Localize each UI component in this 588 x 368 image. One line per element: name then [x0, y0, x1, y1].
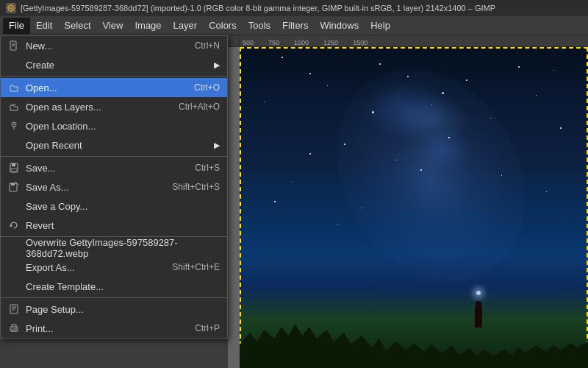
person-light	[476, 291, 481, 295]
open-location-label: Open Location...	[26, 121, 220, 132]
print-icon	[7, 323, 21, 333]
open-label: Open...	[26, 82, 194, 93]
menu-open-recent[interactable]: Open Recent ▶	[1, 135, 227, 155]
open-icon	[7, 82, 21, 93]
print-shortcut: Ctrl+P	[195, 323, 220, 333]
menu-open-location[interactable]: Open Location...	[1, 116, 227, 135]
svg-rect-17	[10, 305, 18, 314]
menu-view[interactable]: View	[97, 18, 129, 34]
svg-marker-16	[10, 224, 12, 227]
star	[309, 73, 311, 74]
save-icon	[7, 163, 21, 173]
open-layers-shortcut: Ctrl+Alt+O	[179, 102, 220, 112]
export-as-shortcut: Shift+Ctrl+E	[172, 262, 220, 272]
create-template-label: Create Template...	[26, 281, 220, 292]
star	[292, 182, 293, 183]
save-label: Save...	[26, 163, 195, 174]
menu-revert[interactable]: Revert	[1, 216, 227, 235]
save-as-label: Save As...	[26, 182, 172, 193]
menu-bar: File Edit Select View Image Layer Colors…	[0, 16, 588, 35]
page-setup-label: Page Setup...	[26, 304, 220, 315]
title-text: [GettyImages-597589287-368dd72] (importe…	[21, 4, 495, 13]
star	[309, 153, 311, 155]
menu-overwrite[interactable]: Overwrite GettyImages-597589287-368dd72.…	[1, 238, 227, 258]
menu-open-layers[interactable]: Open as Layers... Ctrl+Alt+O	[1, 97, 227, 116]
menu-colors[interactable]: Colors	[203, 18, 243, 34]
menu-new[interactable]: New... Ctrl+N	[1, 36, 227, 55]
star	[407, 76, 409, 77]
star	[536, 95, 537, 96]
svg-point-2	[10, 7, 12, 10]
new-shortcut: Ctrl+N	[195, 40, 220, 51]
ruler-corner	[228, 35, 240, 47]
image-canvas	[240, 47, 588, 368]
open-layers-label: Open as Layers...	[26, 102, 179, 113]
menu-select[interactable]: Select	[58, 18, 96, 34]
star	[560, 127, 562, 129]
overwrite-label: Overwrite GettyImages-597589287-368dd72.…	[26, 237, 220, 259]
recent-arrow: ▶	[214, 141, 220, 150]
save-shortcut: Ctrl+S	[195, 163, 220, 173]
menu-page-setup[interactable]: Page Setup...	[1, 300, 227, 319]
ruler-top: 500 750 1000 1250 1500	[228, 35, 588, 47]
open-shortcut: Ctrl+O	[194, 82, 220, 93]
star	[337, 224, 338, 224]
star	[546, 191, 547, 192]
person-body	[475, 305, 482, 328]
save-copy-label: Save a Copy...	[26, 201, 220, 212]
menu-image[interactable]: Image	[129, 18, 167, 34]
file-dropdown: New... Ctrl+N Create ▶ Open... Ctrl+O	[0, 35, 228, 339]
menu-save[interactable]: Save... Ctrl+S	[1, 158, 227, 177]
revert-label: Revert	[26, 220, 220, 231]
star	[379, 63, 381, 65]
separator-1	[1, 76, 227, 77]
star	[274, 201, 276, 202]
star	[362, 208, 362, 208]
star	[264, 102, 265, 102]
svg-rect-14	[11, 183, 15, 185]
menu-help[interactable]: Help	[365, 18, 396, 34]
print-label: Print...	[26, 323, 195, 334]
trees-silhouette	[240, 309, 588, 368]
file-menu-panel: New... Ctrl+N Create ▶ Open... Ctrl+O	[0, 35, 228, 339]
separator-4	[1, 297, 227, 298]
svg-point-8	[13, 124, 15, 125]
menu-file[interactable]: File	[3, 18, 30, 34]
canvas-area: 500 750 1000 1250 1500	[228, 35, 588, 368]
star	[282, 57, 283, 58]
svg-rect-11	[12, 163, 15, 166]
menu-filters[interactable]: Filters	[276, 18, 314, 34]
night-sky-image	[240, 47, 588, 368]
menu-open[interactable]: Open... Ctrl+O	[1, 78, 227, 97]
menu-create[interactable]: Create ▶	[1, 55, 227, 74]
menu-save-copy[interactable]: Save a Copy...	[1, 197, 227, 216]
menu-export-as[interactable]: Export As... Shift+Ctrl+E	[1, 258, 227, 277]
content-area: New... Ctrl+N Create ▶ Open... Ctrl+O	[0, 35, 588, 368]
create-label: Create	[26, 60, 214, 71]
star-bright	[442, 92, 444, 94]
location-icon	[7, 121, 21, 131]
ruler-tick-1: 500	[243, 39, 254, 46]
menu-windows[interactable]: Windows	[314, 18, 365, 34]
new-label: New...	[26, 40, 195, 52]
menu-edit[interactable]: Edit	[30, 18, 58, 34]
person-silhouette	[472, 291, 485, 328]
menu-tools[interactable]: Tools	[243, 18, 276, 34]
open-recent-label: Open Recent	[26, 140, 214, 151]
page-setup-icon	[7, 304, 21, 314]
svg-rect-12	[11, 169, 17, 171]
ruler-tick-4: 1250	[323, 39, 338, 46]
menu-create-template[interactable]: Create Template...	[1, 277, 227, 296]
create-arrow: ▶	[214, 60, 220, 70]
star	[466, 79, 467, 81]
menu-print[interactable]: Print... Ctrl+P	[1, 319, 227, 338]
ruler-tick-5: 1500	[353, 39, 368, 46]
title-bar: [GettyImages-597589287-368dd72] (importe…	[0, 0, 588, 16]
save-as-shortcut: Shift+Ctrl+S	[172, 182, 220, 192]
menu-layer[interactable]: Layer	[168, 18, 204, 34]
menu-save-as[interactable]: Save As... Shift+Ctrl+S	[1, 177, 227, 197]
save-as-icon	[7, 182, 21, 192]
svg-point-23	[15, 328, 17, 329]
star	[518, 66, 520, 68]
app-icon	[6, 3, 16, 13]
